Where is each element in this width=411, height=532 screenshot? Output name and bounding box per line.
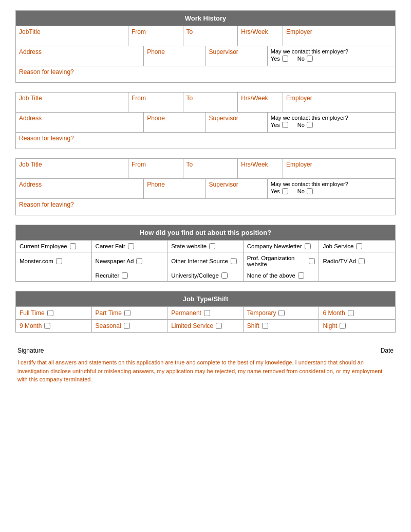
signature-area: Signature Date	[15, 342, 396, 356]
jt-full-time: Full Time	[16, 307, 92, 319]
jt-9month: 9 Month	[16, 320, 92, 332]
find-option-empty-2	[319, 270, 395, 281]
find-cb-prof-org[interactable]	[309, 258, 315, 264]
wh-row-3-bottom: Address Phone Supervisor May we contact …	[16, 178, 395, 198]
job-type-section: Job Type/Shift Full Time Part Time Perma…	[15, 291, 396, 333]
find-option-current-employee: Current Employee	[16, 241, 92, 252]
find-option-newspaper: Newspaper Ad	[92, 252, 168, 270]
wh-supervisor-3: Supervisor	[206, 179, 268, 198]
find-cb-other-internet[interactable]	[231, 258, 237, 264]
find-option-job-service: Job Service	[319, 241, 395, 252]
wh-from-1: From	[128, 26, 183, 46]
wh-contact-yes-2[interactable]	[282, 122, 288, 128]
wh-reason-3: Reason for leaving?	[16, 198, 395, 215]
wh-to-3: To	[183, 159, 238, 178]
wh-phone-3: Phone	[144, 179, 206, 198]
date-label: Date	[381, 347, 394, 354]
wh-from-3: From	[128, 159, 183, 178]
wh-hrs-3: Hrs/Week	[238, 159, 283, 178]
jt-permanent: Permanent	[167, 307, 244, 319]
jt-cb-temporary[interactable]	[278, 310, 285, 316]
jt-cb-part-time[interactable]	[124, 310, 130, 316]
wh-supervisor-2: Supervisor	[206, 113, 268, 132]
find-option-none: None of the above	[244, 270, 320, 281]
wh-contact-1: May we contact this employer? Yes No	[268, 46, 395, 66]
work-history-section: Work History JobTitle From To Hrs/Week E…	[15, 10, 396, 215]
wh-contact-3: May we contact this employer? Yes No	[268, 179, 395, 198]
wh-job-title-1: JobTitle	[16, 26, 128, 46]
wh-employer-2: Employer	[283, 93, 395, 112]
wh-hrs-1: Hrs/Week	[238, 26, 283, 46]
jt-cb-night[interactable]	[340, 323, 346, 329]
find-option-radio-tv: Radio/TV Ad	[319, 252, 395, 270]
wh-to-2: To	[183, 93, 238, 112]
find-option-recruiter: Recruiter	[92, 270, 168, 281]
find-cb-monster[interactable]	[56, 258, 62, 264]
certification-text: I certify that all answers and statement…	[15, 356, 396, 386]
jt-row-2: 9 Month Seasonal Limited Service Shift N…	[16, 319, 395, 332]
wh-reason-1: Reason for leaving?	[16, 66, 395, 82]
find-cb-recruiter[interactable]	[122, 272, 128, 279]
find-cb-job-service[interactable]	[356, 243, 362, 249]
find-cb-company-newsletter[interactable]	[305, 243, 311, 249]
wh-contact-yes-1[interactable]	[282, 56, 288, 62]
jt-cb-full-time[interactable]	[47, 310, 53, 316]
wh-job-title-3: Job Title	[16, 159, 128, 178]
wh-contact-2: May we contact this employer? Yes No	[268, 113, 395, 132]
wh-address-2: Address	[16, 113, 144, 132]
jt-limited-service: Limited Service	[167, 320, 244, 332]
jt-temporary: Temporary	[244, 307, 320, 319]
jt-seasonal: Seasonal	[92, 320, 168, 332]
find-cb-career-fair[interactable]	[128, 243, 134, 249]
signature-label: Signature	[17, 347, 44, 354]
wh-employer-1: Employer	[283, 26, 395, 46]
wh-phone-1: Phone	[144, 46, 206, 66]
work-history-header: Work History	[16, 11, 395, 26]
wh-hrs-2: Hrs/Week	[238, 93, 283, 112]
find-options-grid: Current Employee Career Fair State websi…	[16, 240, 395, 281]
wh-phone-2: Phone	[144, 113, 206, 132]
jt-cb-shift[interactable]	[262, 323, 268, 329]
find-option-empty-1	[16, 270, 92, 281]
wh-row-2-bottom: Address Phone Supervisor May we contact …	[16, 112, 395, 132]
jt-shift: Shift	[244, 320, 320, 332]
jt-cb-limited-service[interactable]	[216, 323, 222, 329]
find-position-section: How did you find out about this position…	[15, 225, 396, 282]
jt-cb-seasonal[interactable]	[124, 323, 130, 329]
wh-row-2-top: Job Title From To Hrs/Week Employer	[16, 93, 395, 112]
wh-employer-3: Employer	[283, 159, 395, 178]
wh-contact-yes-3[interactable]	[282, 188, 288, 194]
find-option-monster: Monster.com	[16, 252, 92, 270]
jt-row-1: Full Time Part Time Permanent Temporary …	[16, 306, 395, 319]
find-cb-university[interactable]	[221, 272, 228, 279]
find-cb-radio-tv[interactable]	[359, 258, 365, 264]
wh-contact-no-1[interactable]	[307, 56, 313, 62]
wh-supervisor-1: Supervisor	[206, 46, 268, 66]
find-position-header: How did you find out about this position…	[16, 225, 395, 240]
find-cb-state-website[interactable]	[209, 243, 215, 249]
find-option-prof-org: Prof. Organization website	[244, 252, 320, 270]
find-option-state-website: State website	[167, 241, 244, 252]
find-option-university: University/College	[167, 270, 244, 281]
find-cb-current-employee[interactable]	[70, 243, 76, 249]
jt-cb-permanent[interactable]	[204, 310, 210, 316]
wh-address-3: Address	[16, 179, 144, 198]
jt-cb-6month[interactable]	[348, 310, 354, 316]
wh-row-1-bottom: Address Phone Supervisor May we contact …	[16, 46, 395, 66]
find-cb-newspaper[interactable]	[136, 258, 142, 264]
wh-reason-2: Reason for leaving?	[16, 132, 395, 149]
find-option-company-newsletter: Company Newsletter	[244, 241, 320, 252]
wh-from-2: From	[128, 93, 183, 112]
wh-contact-no-2[interactable]	[307, 122, 313, 128]
job-type-header: Job Type/Shift	[16, 291, 395, 306]
jt-cb-9month[interactable]	[44, 323, 50, 329]
wh-contact-no-3[interactable]	[307, 188, 313, 194]
wh-to-1: To	[183, 26, 238, 46]
wh-row-3-top: Job Title From To Hrs/Week Employer	[16, 159, 395, 178]
find-option-career-fair: Career Fair	[92, 241, 168, 252]
jt-night: Night	[319, 320, 395, 332]
wh-row-1-top: JobTitle From To Hrs/Week Employer	[16, 26, 395, 46]
find-cb-none[interactable]	[298, 272, 304, 279]
find-option-other-internet: Other Internet Source	[167, 252, 244, 270]
jt-6month: 6 Month	[319, 307, 395, 319]
